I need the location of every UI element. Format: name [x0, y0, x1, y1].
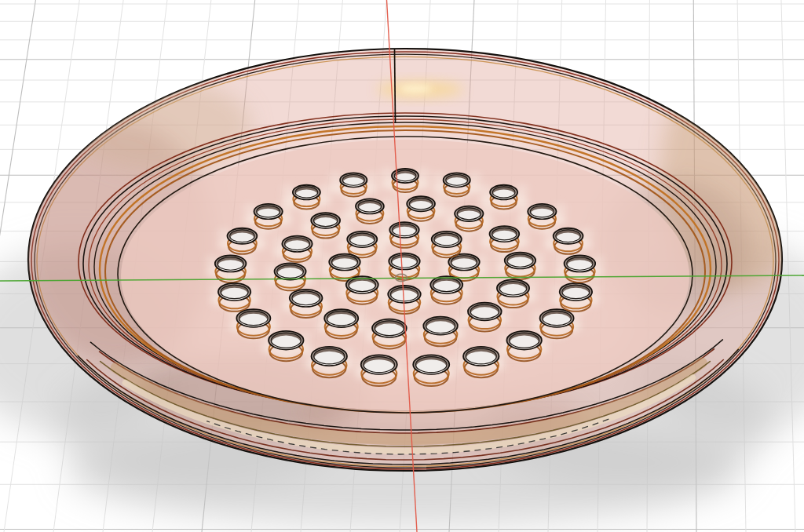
hole-bottom-light	[332, 258, 357, 270]
hole-bottom-light	[364, 359, 394, 373]
hole-bottom-light	[500, 284, 526, 296]
scene-canvas[interactable]	[0, 0, 804, 532]
hole-bottom-light	[314, 352, 344, 366]
hole-bottom-light	[471, 307, 499, 319]
hole-bottom-light	[451, 258, 477, 270]
hole-bottom-light	[508, 257, 532, 268]
hole-bottom-light	[510, 336, 538, 349]
hole-bottom-light	[221, 288, 247, 301]
hole-bottom-light	[218, 260, 243, 271]
specular-highlight	[377, 82, 463, 97]
shading-patch	[71, 80, 251, 171]
hole-bottom-light	[278, 268, 303, 279]
hole-bottom-light	[416, 359, 446, 373]
hole-bottom-light	[327, 314, 355, 326]
hole-bottom-light	[568, 260, 593, 271]
hole-bottom-light	[293, 293, 320, 306]
hole-bottom-light	[426, 321, 455, 334]
cad-viewport[interactable]	[0, 0, 804, 532]
hole-bottom-light	[391, 290, 418, 303]
hole-bottom-light	[375, 323, 404, 337]
hole-bottom-light	[239, 314, 267, 326]
hole-bottom-light	[466, 352, 496, 366]
hole-bottom-light	[349, 281, 375, 293]
hole-bottom-light	[392, 257, 416, 269]
hole-bottom-light	[543, 314, 571, 326]
hole-bottom-light	[563, 288, 589, 301]
body-seam-line	[395, 49, 396, 123]
hole-bottom-light	[272, 336, 300, 349]
hole-bottom-light	[433, 281, 459, 293]
